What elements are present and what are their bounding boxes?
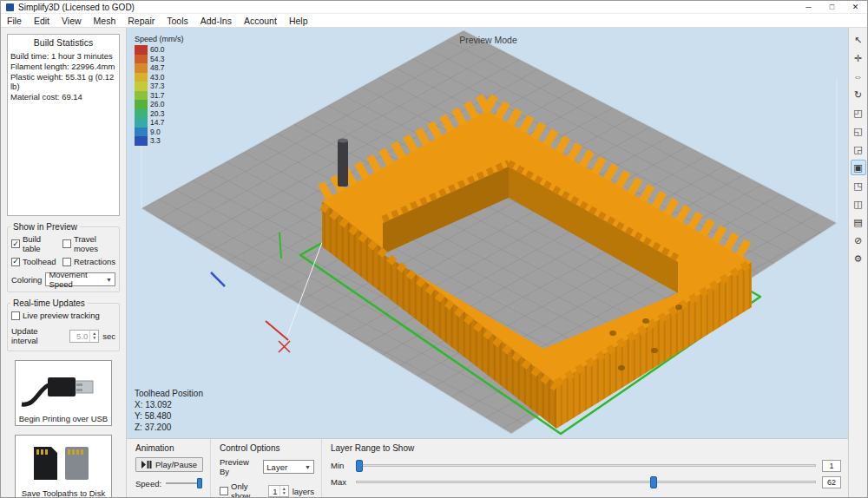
checkbox-icon[interactable] <box>11 311 20 320</box>
menu-file[interactable]: File <box>1 15 28 27</box>
toolhead-y: Y: 58.480 <box>135 410 203 422</box>
checkbox-icon[interactable] <box>62 258 71 266</box>
checkbox-retractions[interactable]: Retractions <box>62 257 115 266</box>
update-interval-spinner[interactable]: 5.0 ▲▼ <box>69 330 99 343</box>
play-pause-button[interactable]: Play/Pause <box>135 457 203 472</box>
stat-material-cost: Material cost: 69.14 <box>8 92 119 102</box>
legend-row: 20.3 <box>135 109 184 119</box>
menu-repair[interactable]: Repair <box>122 15 161 27</box>
save-toolpaths-disk-button[interactable]: Save Toolpaths to Disk <box>15 435 112 497</box>
slider-track <box>356 481 816 483</box>
viewport-3d[interactable]: Preview Mode Speed (mm/s) 60.0 54.3 48.7… <box>127 28 850 440</box>
view-iso-icon[interactable]: ◳ <box>851 178 866 193</box>
checkbox-label: Build table <box>23 234 61 253</box>
control-options-group: Control Options Preview By Layer ▼ Only … <box>210 439 321 497</box>
play-pause-icon <box>141 461 152 469</box>
legend-swatch <box>135 45 148 55</box>
checkbox-label: Travel moves <box>74 234 115 253</box>
window-title: Simplify3D (Licensed to GOD) <box>18 3 135 12</box>
checkbox-icon[interactable] <box>62 239 71 248</box>
menu-bar: File Edit View Mesh Repair Tools Add-Ins… <box>1 14 867 28</box>
spinner-arrows-icon[interactable]: ▲▼ <box>279 486 288 496</box>
slider-handle[interactable] <box>197 478 202 488</box>
spinner-arrows-icon[interactable]: ▲▼ <box>89 331 98 342</box>
maximize-icon[interactable]: □ <box>820 1 844 13</box>
menu-view[interactable]: View <box>56 15 88 27</box>
gear-icon[interactable]: ⚙ <box>851 251 866 266</box>
checkbox-travel-moves[interactable]: Travel moves <box>62 234 115 253</box>
measure-icon[interactable]: ⊘ <box>851 233 866 248</box>
checkbox-icon[interactable] <box>220 487 228 495</box>
usb-button-label: Begin Printing over USB <box>19 414 108 423</box>
animation-group: Animation Play/Pause Speed: <box>127 439 210 497</box>
disk-button-label: Save Toolpaths to Disk <box>22 488 105 497</box>
speed-slider[interactable] <box>166 478 202 488</box>
checkbox-icon[interactable] <box>11 258 20 266</box>
move-icon[interactable]: ✛ <box>851 50 866 66</box>
menu-edit[interactable]: Edit <box>28 15 56 27</box>
checkbox-icon[interactable] <box>11 239 20 248</box>
update-interval-value: 5.0 <box>70 331 89 342</box>
preview-by-dropdown[interactable]: Layer ▼ <box>263 460 314 474</box>
legend-swatch <box>135 118 148 128</box>
cross-section-icon[interactable]: ◫ <box>851 196 866 212</box>
speed-legend: Speed (mm/s) 60.0 54.3 48.7 43.0 37.3 31… <box>135 35 184 146</box>
title-bar: Simplify3D (Licensed to GOD) ─ □ ✕ <box>1 1 867 14</box>
view-top-icon[interactable]: ◰ <box>851 105 866 121</box>
select-icon[interactable]: ↖ <box>851 32 866 48</box>
toolhead <box>338 139 348 187</box>
menu-tools[interactable]: Tools <box>161 15 194 27</box>
speed-label: Speed: <box>135 479 161 488</box>
legend-value: 60.0 <box>150 45 165 54</box>
max-layer-slider[interactable] <box>356 476 816 488</box>
toolhead-x: X: 13.092 <box>135 399 203 410</box>
checkbox-toolhead[interactable]: Toolhead <box>11 257 61 266</box>
legend-row: 26.0 <box>135 100 184 109</box>
legend-value: 20.3 <box>150 109 165 118</box>
stat-build-time: Build time: 1 hour 3 minutes <box>8 51 119 62</box>
app-icon <box>6 3 14 11</box>
layers-icon[interactable]: ▤ <box>851 214 866 230</box>
update-interval-label: Update interval <box>11 326 66 345</box>
minimize-icon[interactable]: ─ <box>797 1 820 13</box>
window-controls: ─ □ ✕ <box>797 1 867 13</box>
legend-swatch <box>135 73 148 82</box>
right-toolbar: ↖ ✛ ⇔ ↻ ◰ ◱ ◲ ▣ ◳ ◫ ▤ ⊘ ⚙ <box>848 28 867 497</box>
legend-value: 9.0 <box>150 128 161 136</box>
app-window: Simplify3D (Licensed to GOD) ─ □ ✕ File … <box>0 0 868 498</box>
checkbox-live-preview-tracking[interactable]: Live preview tracking <box>11 311 115 320</box>
scene-3d[interactable] <box>127 28 850 440</box>
legend-swatch <box>135 128 148 137</box>
show-in-preview-title: Show in Preview <box>10 222 80 232</box>
toolhead-position-title: Toolhead Position <box>135 388 203 399</box>
legend-row: 14.7 <box>135 118 184 128</box>
view-side-icon[interactable]: ◲ <box>851 141 866 157</box>
slider-handle[interactable] <box>650 476 657 488</box>
chevron-down-icon: ▼ <box>106 277 112 283</box>
legend-value: 43.0 <box>150 73 165 82</box>
begin-printing-usb-button[interactable]: Begin Printing over USB <box>15 360 112 426</box>
rotate-icon[interactable]: ↻ <box>851 87 866 102</box>
view-front-icon[interactable]: ◱ <box>851 123 866 139</box>
checkbox-label: Live preview tracking <box>23 311 100 320</box>
toolhead-icon[interactable]: ▣ <box>851 160 866 175</box>
layer-range-group: Layer Range to Show Min 1 Max 62 <box>321 439 848 497</box>
slider-handle[interactable] <box>356 460 363 472</box>
menu-account[interactable]: Account <box>238 15 283 27</box>
close-icon[interactable]: ✕ <box>844 1 867 13</box>
coloring-dropdown[interactable]: Movement Speed ▼ <box>45 272 115 286</box>
scale-icon[interactable]: ⇔ <box>851 69 866 84</box>
only-show-checkbox[interactable]: Only show <box>220 482 265 498</box>
menu-help[interactable]: Help <box>283 15 314 27</box>
checkbox-build-table[interactable]: Build table <box>11 234 61 253</box>
min-layer-slider[interactable] <box>356 460 816 472</box>
only-show-spinner[interactable]: 1 ▲▼ <box>268 485 289 497</box>
legend-row: 3.3 <box>135 136 184 146</box>
chevron-down-icon: ▼ <box>305 464 311 470</box>
legend-row: 60.0 <box>135 45 184 55</box>
legend-value: 14.7 <box>150 118 165 127</box>
legend-value: 26.0 <box>150 100 165 108</box>
menu-addins[interactable]: Add-Ins <box>194 15 238 27</box>
menu-mesh[interactable]: Mesh <box>88 15 122 27</box>
legend-swatch <box>135 55 148 64</box>
